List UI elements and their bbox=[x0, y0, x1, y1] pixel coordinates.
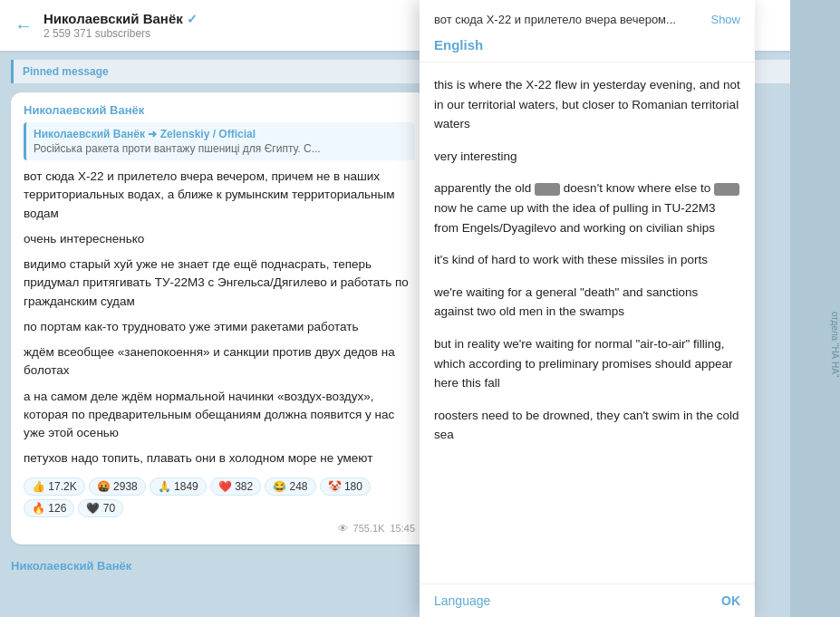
translation-p7: roosters need to be drowned, they can't … bbox=[434, 406, 740, 445]
reaction-blackheart[interactable]: 🖤 70 bbox=[78, 499, 123, 517]
message-line-5: ждём всеобщее «занепокоення» и санкции п… bbox=[24, 343, 415, 381]
translation-p1: this is where the X-22 flew in yesterday… bbox=[434, 75, 740, 134]
modal-footer: Language OK bbox=[420, 583, 755, 617]
translation-modal: вот сюда Х-22 и прилетело вчера вечером.… bbox=[420, 0, 755, 617]
message-line-3: видимо старый хуй уже не знает где ещё п… bbox=[24, 255, 415, 311]
reaction-clown[interactable]: 🤡 180 bbox=[320, 477, 371, 496]
forwarded-author: Николаевский Ванёк ➜ Zelenskiy / Officia… bbox=[34, 128, 408, 140]
sidebar-hint-text: отдела "НА НА" bbox=[830, 312, 840, 378]
censored-word-1 bbox=[535, 183, 560, 196]
reaction-angry[interactable]: 🤬 2938 bbox=[89, 477, 146, 496]
original-preview-text: вот сюда Х-22 и прилетело вчера вечером.… bbox=[434, 13, 703, 26]
back-button[interactable]: ← bbox=[14, 15, 33, 36]
language-label: English bbox=[434, 37, 740, 53]
message-text: вот сюда Х-22 и прилетело вчера вечером,… bbox=[24, 168, 415, 468]
show-button[interactable]: Show bbox=[710, 13, 740, 26]
censored-word-2 bbox=[714, 183, 739, 196]
translation-p6: but in reality we're waiting for normal … bbox=[434, 334, 740, 393]
reaction-laugh[interactable]: 😂 248 bbox=[265, 477, 315, 496]
message-views: 755.1K bbox=[353, 523, 385, 534]
translation-p2: very interesting bbox=[434, 147, 740, 167]
eye-icon: 👁 bbox=[338, 523, 348, 534]
right-sidebar-hint: отдела "НА НА" bbox=[790, 0, 840, 617]
reaction-heart[interactable]: ❤️ 382 bbox=[210, 477, 261, 496]
pinned-label: Pinned message bbox=[23, 65, 109, 78]
modal-body: this is where the X-22 flew in yesterday… bbox=[420, 63, 755, 583]
language-footer-label[interactable]: Language bbox=[434, 593, 490, 608]
original-preview-row: вот сюда Х-22 и прилетело вчера вечером.… bbox=[434, 13, 740, 26]
reaction-fire[interactable]: 🔥 126 bbox=[24, 499, 74, 517]
message-line-4: по портам как-то трудновато уже этими ра… bbox=[24, 318, 415, 336]
translation-p4: it's kind of hard to work with these mis… bbox=[434, 250, 740, 270]
message-time: 15:45 bbox=[390, 523, 415, 534]
message-line-6: а на самом деле ждём нормальной начинки … bbox=[24, 388, 415, 443]
channel-name-text: Николаевский Ванёк bbox=[43, 11, 183, 26]
message-meta: 👁 755.1K 15:45 bbox=[24, 523, 415, 534]
translation-p5: we're waiting for a general "death" and … bbox=[434, 283, 740, 322]
forwarded-from: Николаевский Ванёк ➜ Zelenskiy / Officia… bbox=[24, 122, 415, 160]
reaction-thumbsup[interactable]: 👍 17.2K bbox=[24, 477, 85, 496]
translation-p3: apparently the old doesn't know where el… bbox=[434, 178, 740, 237]
reactions-bar: 👍 17.2K 🤬 2938 🙏 1849 ❤️ 382 😂 248 🤡 180… bbox=[24, 477, 415, 517]
message-line-1: вот сюда Х-22 и прилетело вчера вечером,… bbox=[24, 168, 415, 223]
verified-icon: ✓ bbox=[187, 12, 198, 26]
reaction-pray[interactable]: 🙏 1849 bbox=[150, 477, 207, 496]
message-bubble: Николаевский Ванёк Николаевский Ванёк ➜ … bbox=[11, 92, 428, 545]
message-line-7: петухов надо топить, плавать они в холод… bbox=[24, 449, 415, 468]
message-author: Николаевский Ванёк bbox=[24, 103, 415, 117]
forwarded-preview: Російська ракета проти вантажу пшениці д… bbox=[34, 142, 408, 155]
modal-header: вот сюда Х-22 и прилетело вчера вечером.… bbox=[420, 0, 755, 63]
message-line-2: очень интересненько bbox=[24, 230, 415, 248]
ok-button[interactable]: OK bbox=[721, 593, 740, 608]
